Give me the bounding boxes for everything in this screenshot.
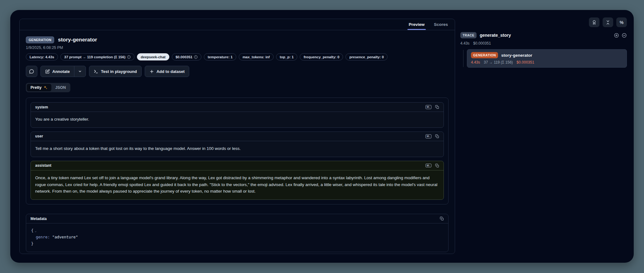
- annotate-label: Annotate: [52, 69, 70, 74]
- copy-icon[interactable]: [435, 134, 439, 138]
- markdown-toggle-icon[interactable]: M↓: [425, 105, 431, 109]
- collapse-panel-button[interactable]: [603, 17, 613, 27]
- panel-content: GENERATION story-generator 1/9/2025, 6:0…: [20, 30, 455, 254]
- observation-header: GENERATION story-generator: [26, 36, 449, 43]
- annotate-dropdown-button[interactable]: [74, 66, 86, 77]
- tree-item-cost: $0.000351: [517, 60, 534, 65]
- app-window: Preview Scores GENERATION story-generato…: [10, 10, 634, 263]
- annotate-split-button: Annotate: [40, 66, 86, 77]
- metadata-actions: [440, 217, 444, 221]
- tree-item-tokens: 37 → 119 (Σ 156): [484, 60, 513, 65]
- tree-item-story-generator[interactable]: GENERATION story-generator 4.43s 37 → 11…: [467, 49, 627, 68]
- sparkles-icon: [43, 85, 48, 90]
- message-actions: M↓: [425, 134, 439, 138]
- io-messages-container: system M↓ You are a creative storyteller…: [26, 98, 449, 204]
- temperature-pill: temperature: 1: [204, 53, 236, 60]
- tree-item-latency: 4.43s: [471, 60, 480, 65]
- message-content: You are a creative storyteller.: [31, 112, 444, 127]
- message-actions: M↓: [425, 105, 439, 109]
- json-line: {⌄: [31, 228, 443, 234]
- model-pill[interactable]: deepseek-chat: [137, 53, 169, 60]
- generation-type-badge: GENERATION: [471, 52, 498, 58]
- json-close-brace: }: [31, 241, 34, 246]
- trace-name: generate_story: [480, 33, 611, 38]
- message-content: Tell me a short story about a token that…: [31, 141, 444, 157]
- message-header: user M↓: [31, 132, 444, 141]
- metadata-header: Metadata: [26, 214, 448, 223]
- expand-all-icon[interactable]: [614, 33, 619, 38]
- json-collapse-chevron-icon[interactable]: ⌄: [35, 229, 37, 232]
- generation-type-badge: GENERATION: [26, 36, 54, 43]
- metrics-pill-row: Latency: 4.43s 37 prompt → 119 completio…: [26, 53, 449, 60]
- message-card-user: user M↓ Tell me a short story about a to…: [31, 132, 444, 157]
- top-p-pill: top_p: 1: [276, 53, 298, 60]
- tab-scores[interactable]: Scores: [434, 19, 448, 30]
- trace-cost: $0.000351: [473, 41, 491, 46]
- fold-vertical-icon: [605, 20, 610, 25]
- message-header: assistant M↓: [31, 161, 444, 170]
- observation-tree: GENERATION story-generator 4.43s 37 → 11…: [459, 49, 627, 68]
- copy-icon[interactable]: [440, 217, 444, 221]
- percent-metrics-button[interactable]: %: [616, 17, 627, 27]
- tree-controls: [614, 33, 627, 38]
- tree-item-name: story-generator: [501, 53, 532, 58]
- pretty-label: Pretty: [31, 85, 41, 90]
- json-line: genre: "adventure": [31, 234, 443, 241]
- observation-panel: Preview Scores GENERATION story-generato…: [19, 19, 455, 254]
- page-title: story-generator: [58, 37, 97, 43]
- playground-button[interactable]: Test in playground: [89, 66, 141, 77]
- message-role: assistant: [35, 163, 51, 168]
- markdown-toggle-icon[interactable]: M↓: [425, 164, 431, 168]
- json-line: }: [31, 241, 443, 247]
- message-actions: M↓: [425, 164, 439, 168]
- info-icon[interactable]: [194, 55, 198, 59]
- max-tokens-pill: max_tokens: inf: [239, 53, 274, 60]
- json-open-brace: {: [31, 228, 34, 233]
- message-card-assistant: assistant M↓ Once, a tiny token named Le…: [31, 161, 444, 200]
- metadata-json-viewer: {⌄ genre: "adventure" }: [26, 223, 448, 252]
- trace-type-badge: TRACE: [460, 32, 477, 38]
- token-usage-pill: 37 prompt → 119 completion (Σ 156): [60, 53, 134, 60]
- chevron-down-icon: [78, 69, 82, 73]
- annotate-button[interactable]: Annotate: [41, 66, 74, 77]
- message-header: system M↓: [31, 103, 444, 112]
- message-role: system: [35, 105, 48, 109]
- latency-pill: Latency: 4.43s: [26, 53, 58, 60]
- message-role: user: [35, 134, 43, 138]
- info-icon[interactable]: [127, 55, 131, 59]
- panel-tabbar: Preview Scores: [20, 19, 455, 30]
- json-key: genre:: [36, 235, 50, 239]
- presence-penalty-pill: presence_penalty: 0: [346, 53, 388, 60]
- json-value: "adventure": [52, 235, 78, 239]
- percent-icon: %: [620, 20, 623, 25]
- terminal-icon: [94, 69, 98, 74]
- collapse-all-icon[interactable]: [622, 33, 627, 38]
- annotations-button[interactable]: [589, 17, 599, 27]
- edit-pencil-icon: [45, 69, 50, 74]
- toolbar: Annotate Test in playground: [26, 66, 449, 77]
- message-card-system: system M↓ You are a creative storyteller…: [31, 102, 444, 128]
- trace-metrics: 4.43s $0.000351: [459, 41, 627, 46]
- tab-pretty[interactable]: Pretty: [27, 84, 51, 91]
- trace-row[interactable]: TRACE generate_story: [459, 32, 627, 38]
- message-content: Once, a tiny token named Lex set off to …: [31, 170, 444, 200]
- copy-icon[interactable]: [435, 164, 439, 168]
- metadata-card: Metadata {⌄ genre: "adventure" }: [26, 214, 449, 252]
- frequency-penalty-pill: frequency_penalty: 0: [300, 53, 343, 60]
- observation-timestamp: 1/9/2025, 6:08:25 PM: [26, 46, 449, 50]
- comment-bubble-icon: [29, 69, 34, 74]
- tab-preview[interactable]: Preview: [409, 19, 425, 30]
- add-to-dataset-button[interactable]: Add to dataset: [145, 66, 189, 77]
- io-view-switch: Pretty JSON: [26, 83, 70, 92]
- playground-label: Test in playground: [101, 69, 137, 74]
- copy-icon[interactable]: [435, 105, 439, 109]
- tree-item-header: GENERATION story-generator: [471, 52, 623, 58]
- plus-icon: [149, 69, 154, 74]
- tree-item-metrics: 4.43s 37 → 119 (Σ 156) $0.000351: [471, 60, 623, 65]
- comments-button[interactable]: [26, 66, 37, 77]
- dataset-label: Add to dataset: [157, 69, 185, 74]
- window-controls: %: [459, 17, 627, 27]
- markdown-toggle-icon[interactable]: M↓: [425, 134, 431, 138]
- cost-pill: $0.000351: [172, 53, 201, 60]
- tab-json[interactable]: JSON: [51, 84, 69, 91]
